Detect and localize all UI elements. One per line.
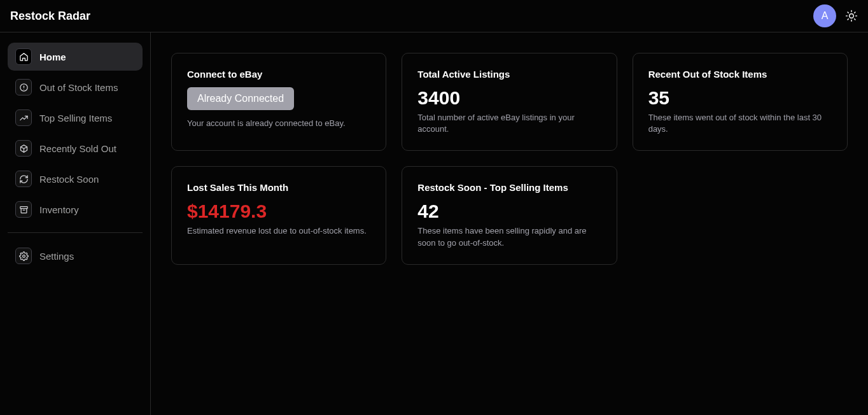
connect-ebay-button[interactable]: Already Connected bbox=[187, 87, 294, 110]
card-title: Lost Sales This Month bbox=[187, 182, 370, 193]
house-icon bbox=[15, 48, 32, 65]
sidebar-item-label: Top Selling Items bbox=[39, 113, 112, 123]
card-title: Restock Soon - Top Selling Items bbox=[417, 182, 601, 193]
svg-point-7 bbox=[22, 255, 25, 257]
svg-rect-5 bbox=[20, 206, 27, 208]
card-description: These items have been selling rapidly an… bbox=[417, 225, 601, 248]
svg-point-0 bbox=[850, 14, 854, 18]
card-description: Total number of active eBay listings in … bbox=[417, 112, 601, 135]
sidebar-item-label: Inventory bbox=[39, 204, 79, 215]
sidebar-item-label: Home bbox=[39, 52, 66, 62]
card-description: Estimated revenue lost due to out-of-sto… bbox=[187, 225, 370, 237]
sidebar-item-label: Settings bbox=[39, 251, 74, 262]
theme-toggle-button[interactable] bbox=[845, 10, 858, 22]
sun-icon bbox=[845, 10, 858, 22]
sidebar-item-out-of-stock[interactable]: Out of Stock Items bbox=[8, 73, 143, 101]
nav-list: Home Out of Stock Items Top Selling Item… bbox=[8, 43, 143, 223]
sidebar-item-restock-soon[interactable]: Restock Soon bbox=[8, 165, 143, 193]
sidebar-item-recently-sold-out[interactable]: Recently Sold Out bbox=[8, 134, 143, 162]
card-restock-soon: Restock Soon - Top Selling Items 42 Thes… bbox=[402, 166, 617, 264]
package-icon bbox=[15, 140, 32, 157]
card-title: Total Active Listings bbox=[417, 69, 601, 80]
sidebar: Home Out of Stock Items Top Selling Item… bbox=[0, 32, 151, 415]
app-header: Restock Radar A bbox=[0, 0, 868, 32]
dashboard-card-grid: Connect to eBay Already Connected Your a… bbox=[171, 53, 848, 265]
app-title: Restock Radar bbox=[10, 10, 90, 23]
trending-up-icon bbox=[15, 109, 32, 126]
header-actions: A bbox=[813, 4, 858, 27]
sidebar-item-settings[interactable]: Settings bbox=[8, 242, 143, 270]
sidebar-item-label: Recently Sold Out bbox=[39, 143, 116, 154]
card-description: These items went out of stock within the… bbox=[648, 112, 832, 135]
card-recent-out-of-stock: Recent Out of Stock Items 35 These items… bbox=[633, 53, 848, 151]
card-title: Recent Out of Stock Items bbox=[648, 69, 832, 80]
card-title: Connect to eBay bbox=[187, 69, 370, 80]
card-value: 42 bbox=[417, 200, 601, 222]
archive-icon bbox=[15, 201, 32, 218]
card-value: $14179.3 bbox=[187, 200, 370, 222]
gear-icon bbox=[15, 248, 32, 264]
refresh-icon bbox=[15, 171, 32, 187]
sidebar-item-top-selling[interactable]: Top Selling Items bbox=[8, 104, 143, 132]
sidebar-divider bbox=[8, 232, 143, 233]
card-description: Your account is already connected to eBa… bbox=[187, 118, 370, 129]
sidebar-item-label: Restock Soon bbox=[39, 174, 99, 185]
card-active-listings: Total Active Listings 3400 Total number … bbox=[402, 53, 617, 151]
nav-list-secondary: Settings bbox=[8, 242, 143, 270]
connect-button-label: Already Connected bbox=[197, 93, 284, 104]
card-value: 3400 bbox=[417, 87, 601, 108]
alert-circle-icon bbox=[15, 79, 32, 95]
avatar-initial: A bbox=[822, 10, 829, 22]
card-lost-sales: Lost Sales This Month $14179.3 Estimated… bbox=[171, 166, 386, 264]
avatar[interactable]: A bbox=[813, 4, 836, 27]
sidebar-item-home[interactable]: Home bbox=[8, 43, 143, 71]
main-content: Connect to eBay Already Connected Your a… bbox=[151, 32, 868, 415]
card-value: 35 bbox=[648, 87, 832, 108]
card-connect-ebay: Connect to eBay Already Connected Your a… bbox=[171, 53, 386, 151]
sidebar-item-inventory[interactable]: Inventory bbox=[8, 195, 143, 223]
sidebar-item-label: Out of Stock Items bbox=[39, 82, 118, 93]
